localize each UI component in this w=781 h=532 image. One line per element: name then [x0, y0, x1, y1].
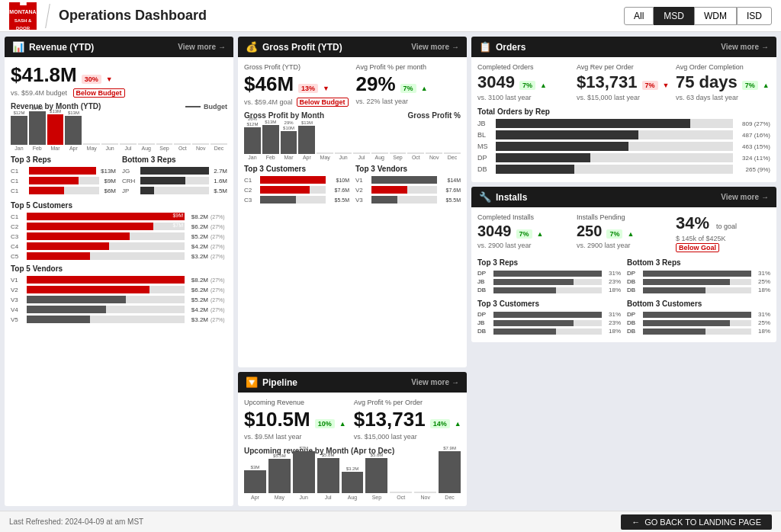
top-reps: Top 3 Reps C1 $13M C1 [11, 155, 116, 197]
revenue-view-more[interactable]: View more → [178, 43, 226, 51]
gp-panel-header: 💰 Gross Profit (YTD) View more → [238, 37, 467, 57]
revenue-chart: $12M Jan $14M Feb $13M Mar [11, 113, 227, 151]
avg-profit-metric: Avg Profit % per month 29% 7% ▲ vs. 22% … [356, 63, 428, 107]
top-customers-title: Top 5 Customers [11, 201, 227, 210]
upcoming-revenue-metric: Upcoming Revenue $10.5M 10% ▲ vs. $9.5M … [244, 399, 346, 441]
gp-body: Gross Profit (YTD) $46M 13% ▼ vs. $59.4M… [238, 57, 467, 367]
installs-pending-metric: Installs Pending 250 7% ▲ vs. 2900 last … [577, 213, 671, 252]
gp-view-more[interactable]: View more → [411, 43, 459, 51]
top-customers-section: Top 5 Customers C1 $9M $8.2M(27%) C2 $7M… [11, 201, 227, 260]
completed-orders-value: 3049 [477, 72, 515, 92]
rep-ms: MS 463 (15%) [477, 142, 770, 151]
orders-panel-header: 📋 Orders View more → [471, 37, 776, 57]
customer-2: C2 $7M $6.2M(27%) [11, 223, 227, 230]
installs-reps: Top 3 Reps DP 31% JB 23% DB [477, 258, 770, 295]
bar-sep: Sep [156, 143, 173, 151]
installs-goal-metric: 34% to goal $ 145k of $425K Below Goal [676, 213, 770, 252]
pipeline-chart: $3M Apr $5.5M May $7M Jun [244, 458, 461, 500]
installs-top-reps: Top 3 Reps DP 31% JB 23% DB [477, 258, 621, 295]
gp-badge: 13% [298, 84, 318, 93]
vendor-3: V3 $5.2M(27%) [11, 296, 227, 303]
back-arrow-icon: ← [632, 518, 640, 527]
installs-customers: Top 3 Customers DP 31% JB 23% DB [477, 300, 770, 336]
revenue-vs: vs. $59.4M budget Below Budget [11, 88, 227, 98]
installs-bottom-reps: Bottom 3 Reps DP 31% DB 25% DB [627, 258, 770, 295]
rep-row-2: C1 $9M [11, 177, 116, 184]
bottom-rep-row-3: JP $.5M [122, 187, 227, 194]
installs-body: Completed Installs 3049 7% ▲ vs. 2900 la… [471, 207, 776, 342]
bottom-reps-title: Bottom 3 Reps [122, 155, 227, 164]
rep-row-1: C1 $13M [11, 167, 116, 175]
reps-section: Top 3 Reps C1 $13M C1 [11, 155, 227, 197]
pipeline-view-more[interactable]: View more → [411, 378, 459, 386]
back-to-landing-button[interactable]: ← GO BACK TO LANDING PAGE [621, 514, 772, 530]
rep-dp: DP 324 (11%) [477, 153, 770, 162]
gp-icon: 💰 [246, 41, 258, 53]
avg-profit-per-order-metric: Avg Profit % per Order $13,731 14% ▲ vs.… [354, 399, 461, 441]
logo-icon: 🏔MONTANASASH & DOOR [9, 2, 37, 30]
orders-title: Orders [496, 42, 525, 53]
installs-top-customers: Top 3 Customers DP 31% JB 23% DB [477, 300, 621, 336]
bar-mar: $13M Mar [47, 109, 64, 151]
bottom-reps: Bottom 3 Reps JG 2.7M CRH [122, 155, 227, 197]
gp-value: $46M [244, 72, 294, 96]
avg-rev-per-order-metric: Avg Rev per Order $13,731 7% ▼ vs. $15,0… [577, 63, 671, 101]
installs-title: Installs [496, 192, 527, 203]
filter-wdm[interactable]: WDM [694, 7, 737, 25]
bar-dec: Dec [211, 143, 227, 151]
top-vendors-title: Top 5 Vendors [11, 264, 227, 273]
pipeline-title: Pipeline [262, 377, 297, 388]
installs-panel: 🔧 Installs View more → Completed Install… [471, 187, 776, 342]
revenue-metric-row: $41.8M 30% ▼ [11, 63, 227, 87]
avg-profit-trend: ▲ [421, 85, 428, 92]
header: 🏔MONTANASASH & DOOR Operations Dashboard… [0, 0, 781, 32]
installs-panel-header: 🔧 Installs View more → [471, 187, 776, 207]
revenue-status: Below Budget [73, 88, 125, 98]
filter-isd[interactable]: ISD [737, 7, 772, 25]
pipeline-panel: 🔽 Pipeline View more → Upcoming Revenue … [238, 372, 467, 506]
completed-installs-metric: Completed Installs 3049 7% ▲ vs. 2900 la… [477, 213, 572, 252]
customer-3: C3 $5.2M(27%) [11, 232, 227, 240]
top-reps-title: Top 3 Reps [11, 155, 116, 164]
filter-msd[interactable]: MSD [654, 7, 694, 25]
customer-5: C5 $3.2M(27%) [11, 252, 227, 260]
upcoming-badge: 10% [315, 419, 335, 428]
orders-panel: 📋 Orders View more → Completed Orders 30… [471, 37, 776, 182]
revenue-value: $41.8M [11, 63, 77, 87]
revenue-badge: 30% [82, 75, 101, 84]
avg-rev-badge: 7% [642, 81, 658, 90]
installs-view-more[interactable]: View more → [721, 193, 769, 201]
left-column: 📊 Revenue (YTD) View more → $41.8M 30% ▼… [5, 37, 233, 506]
rep-bl: BL 487 (16%) [477, 130, 770, 139]
revenue-icon: 📊 [12, 41, 24, 53]
bar-jul: Jul [120, 143, 137, 151]
bar-aug: Aug [138, 143, 155, 151]
gp-title: Gross Profit (YTD) [262, 42, 342, 53]
vendor-1: V1 $8.2M(27%) [11, 276, 227, 284]
rep-db: DB 265 (9%) [477, 165, 770, 174]
installs-bottom-customers: Bottom 3 Customers DP 31% DB 25% DB [627, 300, 770, 336]
gp-chart: 26% $12M Jan $13M Feb 29% $10M [244, 122, 461, 160]
filter-all[interactable]: All [624, 7, 654, 25]
completed-badge: 7% [519, 81, 535, 90]
middle-column: 💰 Gross Profit (YTD) View more → Gross P… [238, 37, 467, 506]
rep-jb: JB 809 (27%) [477, 119, 770, 128]
right-column: 📋 Orders View more → Completed Orders 30… [471, 37, 776, 506]
avg-comp-value: 75 days [676, 72, 738, 92]
pipeline-body: Upcoming Revenue $10.5M 10% ▲ vs. $9.5M … [238, 393, 467, 506]
vendor-4: V4 $4.2M(27%) [11, 306, 227, 313]
revenue-panel-header: 📊 Revenue (YTD) View more → [5, 37, 233, 57]
orders-view-more[interactable]: View more → [721, 43, 769, 51]
bar-nov: Nov [192, 143, 209, 151]
gp-metric: Gross Profit (YTD) $46M 13% ▼ vs. $59.4M… [244, 63, 349, 107]
avg-profit-value: 29% [356, 72, 396, 96]
orders-body: Completed Orders 3049 7% ▲ vs. 3100 last… [471, 57, 776, 182]
completed-installs-value: 3049 [477, 223, 512, 240]
revenue-panel: 📊 Revenue (YTD) View more → $41.8M 30% ▼… [5, 37, 233, 506]
bar-apr: $13M Apr [65, 111, 82, 151]
footer: Last Refreshed: 2024-04-09 at am MST ← G… [0, 511, 781, 532]
bar-jan: $12M Jan [11, 111, 27, 151]
bar-may: May [83, 143, 100, 151]
filter-buttons: All MSD WDM ISD [624, 7, 772, 25]
gp-top-vendors: Top 3 Vendors V1 $14M V2 $7.6M V3 [355, 165, 461, 206]
